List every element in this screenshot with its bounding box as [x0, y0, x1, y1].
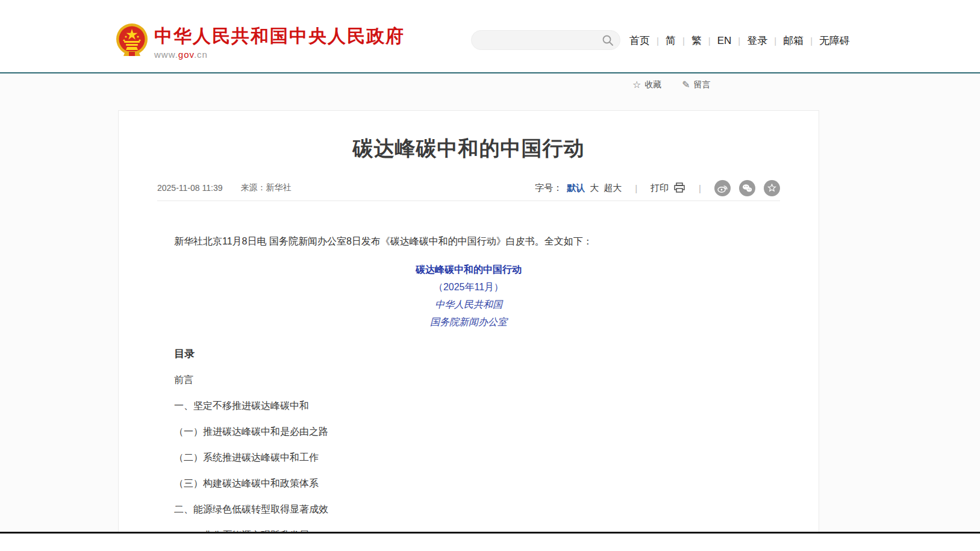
font-size-label: 字号： — [535, 182, 562, 194]
print-button[interactable]: 打印 — [651, 182, 685, 194]
toc-list: 前言 一、坚定不移推进碳达峰碳中和 （一）推进碳达峰碳中和是必由之路 （二）系统… — [174, 373, 763, 542]
top-nav-link[interactable]: 繁 — [691, 34, 702, 48]
search-icon[interactable] — [602, 34, 614, 46]
weibo-icon — [717, 184, 728, 193]
share-weibo-button[interactable] — [714, 180, 731, 196]
font-size-large-button[interactable]: 大 — [590, 182, 599, 194]
print-label: 打印 — [651, 182, 669, 194]
top-nav-link[interactable]: EN — [717, 35, 732, 47]
divider: | — [635, 183, 637, 193]
font-size-xlarge-button[interactable]: 超大 — [604, 182, 622, 194]
top-nav-link[interactable]: 简 — [666, 34, 676, 48]
nav-divider: | — [682, 36, 685, 46]
share-more-button[interactable] — [764, 180, 780, 196]
page-tools: ☆ 收藏 ✎ 留言 — [632, 79, 731, 90]
toc-heading: 目录 — [174, 347, 763, 361]
divider: | — [699, 183, 701, 193]
article-meta-right: 字号： 默认 大 超大 | 打印 | — [535, 180, 780, 196]
doc-title: 碳达峰碳中和的中国行动 — [174, 263, 763, 277]
toc-item: （三）构建碳达峰碳中和政策体系 — [174, 476, 763, 490]
site-brand[interactable]: 中华人民共和国中央人民政府 www.gov.cn — [116, 23, 405, 60]
pen-icon: ✎ — [682, 79, 690, 90]
doc-org-line2: 国务院新闻办公室 — [174, 315, 763, 329]
search-box[interactable] — [471, 30, 620, 50]
nav-divider: | — [657, 36, 659, 46]
toc-item: 一、坚定不移推进碳达峰碳中和 — [174, 399, 763, 412]
toc-item: 二、能源绿色低碳转型取得显著成效 — [174, 502, 763, 516]
nav-divider: | — [738, 36, 740, 46]
share-wechat-button[interactable] — [739, 180, 755, 196]
source-label: 来源： — [240, 182, 266, 193]
favorite-label: 收藏 — [644, 79, 661, 90]
printer-icon — [673, 182, 685, 193]
doc-date: （2025年11月） — [174, 280, 763, 294]
share-buttons — [714, 180, 780, 196]
font-size-default-button[interactable]: 默认 — [567, 182, 585, 194]
star-badge-icon — [767, 184, 776, 193]
top-nav-link[interactable]: 无障碍 — [819, 34, 850, 48]
site-url-suffix: .cn — [194, 49, 208, 60]
star-outline-icon: ☆ — [632, 79, 641, 90]
source-value[interactable]: 新华社 — [266, 182, 291, 193]
article-date: 2025-11-08 11:39 — [157, 183, 222, 193]
site-title: 中华人民共和国中央人民政府 — [154, 25, 405, 47]
favorite-button[interactable]: ☆ 收藏 — [632, 79, 661, 90]
nav-divider: | — [810, 36, 813, 46]
toc-item: （一）推进碳达峰碳中和是必由之路 — [174, 425, 763, 438]
article-body: 新华社北京11月8日电 国务院新闻办公室8日发布《碳达峰碳中和的中国行动》白皮书… — [157, 234, 780, 542]
meta-separator — [157, 201, 780, 201]
brand-text: 中华人民共和国中央人民政府 www.gov.cn — [154, 23, 405, 60]
wechat-icon — [742, 184, 752, 193]
message-button[interactable]: ✎ 留言 — [682, 79, 710, 90]
message-label: 留言 — [694, 79, 711, 90]
article-meta-left: 2025-11-08 11:39 来源： 新华社 — [157, 182, 291, 193]
site-header: 中华人民共和国中央人民政府 www.gov.cn 首页 | 简 | 繁 | — [0, 0, 980, 73]
site-url-prefix: www. — [154, 49, 178, 60]
top-nav-link[interactable]: 邮箱 — [783, 34, 804, 48]
screen-bottom-strip — [0, 534, 980, 551]
site-url-gov: gov — [178, 49, 194, 60]
national-emblem-icon — [116, 23, 148, 58]
toc-item: 前言 — [174, 373, 763, 387]
nav-divider: | — [708, 36, 711, 46]
top-nav: 首页 | 简 | 繁 | EN | 登录 | 邮箱 | 无障碍 — [629, 34, 850, 48]
doc-org-line1: 中华人民共和国 — [174, 297, 763, 312]
article-title: 碳达峰碳中和的中国行动 — [157, 134, 780, 163]
top-nav-link[interactable]: 登录 — [747, 34, 767, 48]
search-input[interactable] — [472, 36, 602, 45]
top-nav-link[interactable]: 首页 — [629, 34, 650, 48]
toc-item: （二）系统推进碳达峰碳中和工作 — [174, 450, 763, 464]
page: 中华人民共和国中央人民政府 www.gov.cn 首页 | 简 | 繁 | — [0, 0, 980, 551]
article-card: 碳达峰碳中和的中国行动 2025-11-08 11:39 来源： 新华社 字号：… — [118, 110, 819, 551]
nav-divider: | — [774, 36, 776, 46]
article-meta-row: 2025-11-08 11:39 来源： 新华社 字号： 默认 大 超大 | 打… — [157, 181, 780, 195]
intro-paragraph: 新华社北京11月8日电 国务院新闻办公室8日发布《碳达峰碳中和的中国行动》白皮书… — [174, 234, 763, 249]
site-url: www.gov.cn — [154, 49, 405, 60]
